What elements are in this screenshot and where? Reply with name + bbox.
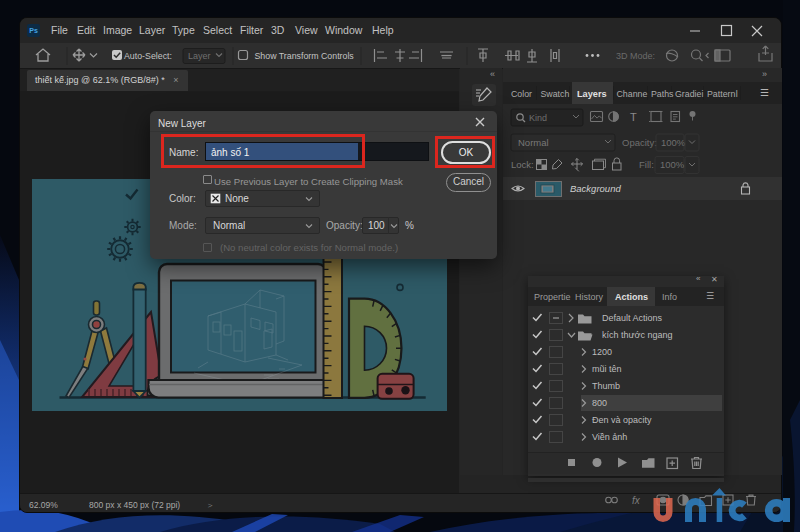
svg-text:Layer: Layer bbox=[188, 51, 211, 61]
svg-text:Kind: Kind bbox=[529, 113, 547, 123]
svg-text:Background: Background bbox=[570, 183, 621, 194]
svg-text:Lock:: Lock: bbox=[511, 159, 534, 170]
svg-text:T: T bbox=[630, 111, 637, 123]
svg-text:3D Mode:: 3D Mode: bbox=[616, 51, 655, 61]
svg-text:Normal: Normal bbox=[518, 137, 549, 148]
svg-text:100%: 100% bbox=[660, 159, 685, 170]
svg-text:Fill:: Fill: bbox=[639, 159, 654, 170]
svg-text:fx: fx bbox=[632, 495, 641, 506]
svg-text:100%: 100% bbox=[661, 137, 686, 148]
svg-text:Opacity:: Opacity: bbox=[622, 137, 657, 148]
svg-text:Show Transform Controls: Show Transform Controls bbox=[255, 51, 355, 61]
svg-text:Auto-Select:: Auto-Select: bbox=[124, 51, 172, 61]
